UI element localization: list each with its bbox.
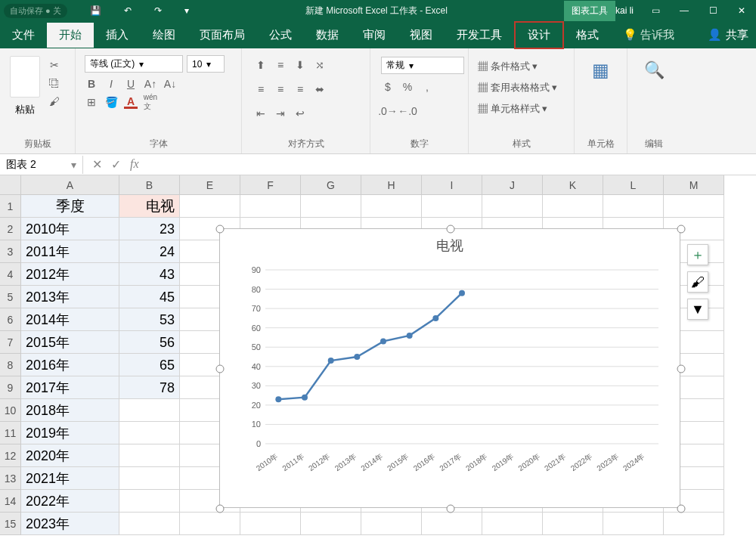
cell-B1[interactable]: 电视: [119, 195, 180, 218]
cell-A7[interactable]: 2015年: [21, 331, 119, 354]
chart-filter-button[interactable]: ▼: [687, 299, 708, 320]
number-format-select[interactable]: 常规▾: [381, 57, 464, 74]
name-box[interactable]: 图表 2▾: [0, 156, 83, 174]
decrease-indent-icon[interactable]: ⇤: [254, 107, 268, 120]
decrease-decimal-icon[interactable]: ←.0: [401, 104, 414, 118]
cut-icon[interactable]: ✂: [48, 58, 61, 72]
minimize-icon[interactable]: —: [677, 4, 691, 17]
phonetic-icon[interactable]: wén文: [144, 95, 157, 109]
chart-plot-area[interactable]: 01020304050607080902010年2011年2012年2013年2…: [235, 262, 665, 482]
cell-A11[interactable]: 2019年: [21, 422, 119, 444]
share-button[interactable]: 👤共享: [708, 28, 748, 42]
font-color-icon[interactable]: A: [124, 95, 138, 109]
tab-design[interactable]: 设计: [514, 21, 564, 49]
cell-styles-button[interactable]: ▦ 单元格样式 ▾: [478, 102, 565, 116]
cell-A1[interactable]: 季度: [21, 195, 119, 218]
align-right-icon[interactable]: ≡: [293, 82, 307, 96]
cell-A14[interactable]: 2022年: [21, 490, 119, 513]
format-painter-icon[interactable]: 🖌: [48, 94, 61, 108]
worksheet-grid[interactable]: ABEFGHIJKLM 123456789101112131415 季度电视20…: [0, 175, 756, 542]
row-headers[interactable]: 123456789101112131415: [0, 195, 21, 535]
tab-view[interactable]: 视图: [398, 23, 445, 48]
cell-B8[interactable]: 65: [119, 354, 180, 376]
percent-icon[interactable]: %: [401, 80, 414, 94]
cell-A13[interactable]: 2021年: [21, 467, 119, 490]
conditional-formatting-button[interactable]: ▦ 条件格式 ▾: [478, 60, 565, 73]
ribbon-options-icon[interactable]: ▭: [649, 4, 662, 17]
tab-formulas[interactable]: 公式: [257, 23, 304, 48]
undo-icon[interactable]: ↶: [124, 5, 132, 16]
align-top-icon[interactable]: ⬆: [254, 58, 268, 72]
cell-A4[interactable]: 2012年: [21, 263, 119, 286]
cell-B9[interactable]: 78: [119, 376, 180, 399]
chart-elements-button[interactable]: ＋: [687, 244, 708, 265]
cell-A10[interactable]: 2018年: [21, 399, 119, 422]
cell-A12[interactable]: 2020年: [21, 444, 119, 467]
tab-data[interactable]: 数据: [304, 23, 351, 48]
cell-A2[interactable]: 2010年: [21, 218, 119, 240]
font-size-select[interactable]: 10▾: [187, 55, 225, 73]
enter-formula-icon[interactable]: ✓: [111, 157, 121, 172]
cell-B4[interactable]: 43: [119, 263, 180, 286]
embedded-chart[interactable]: 电视 01020304050607080902010年2011年2012年201…: [219, 228, 680, 508]
cell-A9[interactable]: 2017年: [21, 376, 119, 399]
redo-icon[interactable]: ↷: [154, 5, 162, 16]
cell-A3[interactable]: 2011年: [21, 240, 119, 263]
align-left-icon[interactable]: ≡: [254, 82, 268, 96]
tab-review[interactable]: 审阅: [351, 23, 398, 48]
increase-decimal-icon[interactable]: .0→: [381, 104, 395, 118]
comma-icon[interactable]: ,: [420, 80, 434, 94]
save-icon[interactable]: 💾: [90, 5, 101, 16]
shrink-font-icon[interactable]: A↓: [163, 77, 177, 91]
borders-icon[interactable]: ⊞: [85, 95, 98, 109]
align-middle-icon[interactable]: ≡: [274, 58, 287, 72]
window-title: 新建 Microsoft Excel 工作表 - Excel: [189, 5, 564, 17]
maximize-icon[interactable]: ☐: [706, 4, 720, 17]
tell-me[interactable]: 💡告诉我: [611, 23, 686, 48]
currency-icon[interactable]: $: [381, 80, 395, 94]
fill-color-icon[interactable]: 🪣: [104, 95, 118, 109]
tab-format[interactable]: 格式: [564, 23, 611, 48]
underline-button[interactable]: U: [124, 77, 138, 91]
fx-icon[interactable]: fx: [130, 157, 139, 172]
cell-B3[interactable]: 24: [119, 240, 180, 263]
align-bottom-icon[interactable]: ⬇: [293, 58, 307, 72]
orientation-icon[interactable]: ⤭: [313, 58, 327, 72]
copy-icon[interactable]: ⿻: [48, 76, 61, 90]
wrap-text-icon[interactable]: ↩: [293, 107, 307, 120]
cell-A15[interactable]: 2023年: [21, 513, 119, 535]
tab-insert[interactable]: 插入: [94, 23, 141, 48]
italic-button[interactable]: I: [104, 77, 118, 91]
cancel-formula-icon[interactable]: ✕: [92, 157, 102, 172]
cells-icon[interactable]: ▦: [594, 63, 608, 77]
cell-A6[interactable]: 2014年: [21, 308, 119, 331]
bold-button[interactable]: B: [85, 77, 98, 91]
column-headers[interactable]: ABEFGHIJKLM: [21, 175, 724, 195]
chart-styles-button[interactable]: 🖌: [687, 271, 708, 293]
user-name[interactable]: kai li: [615, 5, 634, 16]
tab-draw[interactable]: 绘图: [141, 23, 187, 48]
close-icon[interactable]: ✕: [735, 4, 748, 17]
align-center-icon[interactable]: ≡: [274, 82, 287, 96]
increase-indent-icon[interactable]: ⇥: [274, 107, 287, 120]
autosave-toggle[interactable]: 自动保存 ● 关: [4, 4, 67, 18]
svg-text:30: 30: [252, 381, 261, 390]
paste-button[interactable]: [10, 56, 40, 98]
cell-B6[interactable]: 53: [119, 308, 180, 331]
tab-home[interactable]: 开始: [47, 23, 94, 48]
tab-developer[interactable]: 开发工具: [445, 23, 514, 48]
select-all-corner[interactable]: [0, 175, 21, 195]
cell-B2[interactable]: 23: [119, 218, 180, 240]
format-as-table-button[interactable]: ▦ 套用表格格式 ▾: [478, 81, 565, 94]
merge-icon[interactable]: ⬌: [313, 82, 327, 96]
cell-B7[interactable]: 56: [119, 331, 180, 354]
find-icon[interactable]: 🔍: [647, 63, 661, 77]
cell-B5[interactable]: 45: [119, 286, 180, 308]
tab-page-layout[interactable]: 页面布局: [187, 23, 257, 48]
grow-font-icon[interactable]: A↑: [144, 77, 157, 91]
font-name-select[interactable]: 等线 (正文)▾: [85, 55, 183, 73]
tab-file[interactable]: 文件: [0, 23, 47, 48]
cell-A8[interactable]: 2016年: [21, 354, 119, 376]
chart-title[interactable]: 电视: [220, 229, 680, 262]
cell-A5[interactable]: 2013年: [21, 286, 119, 308]
